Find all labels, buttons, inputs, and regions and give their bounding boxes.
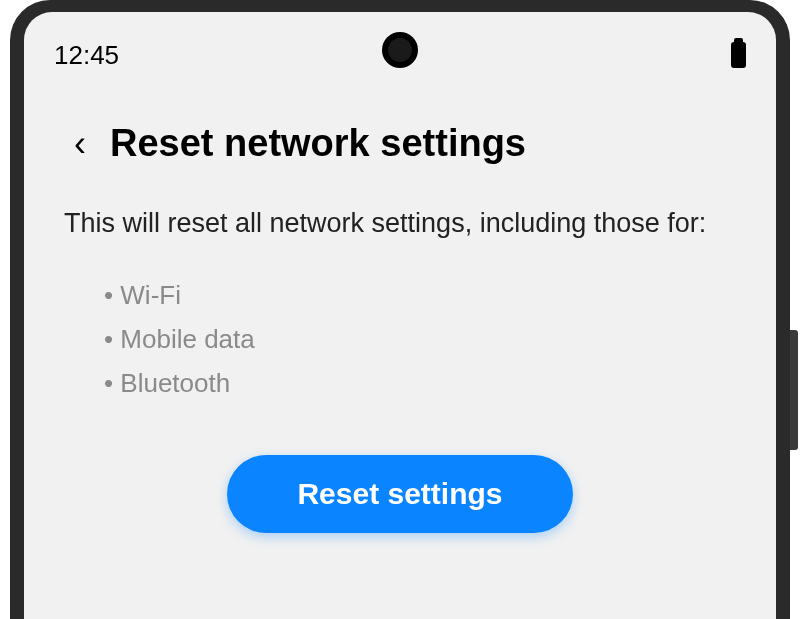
list-item: Wi-Fi — [104, 273, 736, 317]
description-text: This will reset all network settings, in… — [64, 205, 736, 243]
status-time: 12:45 — [54, 40, 119, 71]
content: This will reset all network settings, in… — [24, 185, 776, 533]
list-item: Mobile data — [104, 317, 736, 361]
bullet-list: Wi-Fi Mobile data Bluetooth — [64, 273, 736, 406]
camera-notch — [382, 32, 418, 68]
battery-icon — [731, 42, 746, 68]
button-container: Reset settings — [64, 455, 736, 533]
phone-frame: 12:45 ‹ Reset network settings This will… — [0, 0, 800, 619]
side-button — [790, 330, 798, 450]
reset-settings-button[interactable]: Reset settings — [227, 455, 572, 533]
phone-body: 12:45 ‹ Reset network settings This will… — [10, 0, 790, 619]
page-title: Reset network settings — [110, 122, 526, 165]
header: ‹ Reset network settings — [24, 82, 776, 185]
list-item: Bluetooth — [104, 361, 736, 405]
screen: 12:45 ‹ Reset network settings This will… — [24, 12, 776, 619]
back-icon[interactable]: ‹ — [74, 126, 86, 162]
